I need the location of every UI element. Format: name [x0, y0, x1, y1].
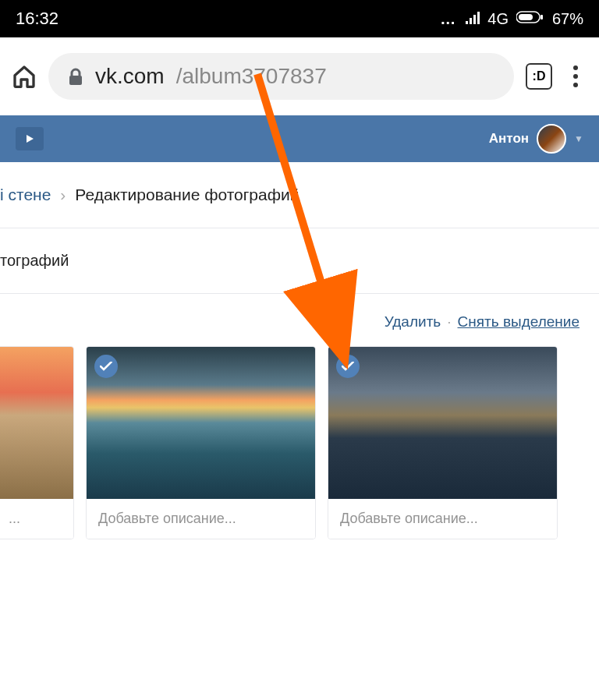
svg-rect-2 — [541, 15, 543, 19]
vk-user-menu[interactable]: Антон ▼ — [489, 124, 583, 154]
breadcrumb-current: Редактирование фотографий — [75, 186, 299, 204]
username: Антон — [489, 131, 529, 147]
url-domain: vk.com — [95, 64, 165, 89]
photo-caption-input[interactable]: Добавьте описание... — [87, 499, 315, 539]
delete-link[interactable]: Удалить — [385, 313, 441, 331]
chevron-down-icon: ▼ — [574, 133, 583, 144]
section-label: тографий — [0, 228, 599, 293]
network-label: 4G — [487, 10, 509, 28]
separator-dot: · — [447, 313, 451, 331]
home-icon[interactable] — [12, 64, 37, 89]
browser-toolbar: vk.com/album3707837 :D — [0, 37, 599, 115]
photos-grid: ... Добавьте описание... Добавьте описан… — [0, 346, 599, 539]
status-dots-icon: … — [440, 10, 458, 28]
svg-rect-1 — [519, 14, 533, 20]
battery-percent: 67% — [552, 10, 583, 28]
status-time: 16:32 — [16, 9, 58, 29]
play-button[interactable] — [16, 127, 44, 150]
avatar — [537, 124, 566, 154]
url-bar[interactable]: vk.com/album3707837 — [48, 53, 514, 100]
vk-header: Антон ▼ — [0, 115, 599, 162]
menu-icon[interactable] — [564, 65, 587, 88]
photo-caption-input[interactable]: ... — [0, 499, 73, 539]
chevron-right-icon: › — [60, 186, 66, 204]
status-right: … 4G 67% — [440, 10, 583, 28]
battery-icon — [516, 10, 544, 28]
url-path: /album3707837 — [176, 64, 327, 89]
photo-thumbnail[interactable] — [328, 347, 557, 499]
tabs-count: :D — [533, 69, 546, 83]
photo-thumbnail[interactable] — [0, 347, 73, 499]
photo-thumbnail[interactable] — [87, 347, 315, 499]
check-icon[interactable] — [94, 355, 118, 378]
photo-card[interactable]: Добавьте описание... — [328, 346, 558, 539]
svg-rect-3 — [69, 76, 82, 85]
tabs-button[interactable]: :D — [526, 63, 552, 90]
photo-caption-input[interactable]: Добавьте описание... — [328, 499, 557, 539]
photo-card[interactable]: ... — [0, 346, 74, 539]
breadcrumb: і стене › Редактирование фотографий — [0, 162, 599, 228]
lock-icon — [68, 67, 83, 86]
breadcrumb-prev[interactable]: і стене — [0, 186, 51, 204]
deselect-link[interactable]: Снять выделение — [458, 313, 580, 331]
check-icon[interactable] — [336, 355, 360, 378]
actions-row: Удалить · Снять выделение — [0, 293, 599, 346]
signal-icon — [466, 10, 480, 28]
photo-card[interactable]: Добавьте описание... — [86, 346, 316, 539]
status-bar: 16:32 … 4G 67% — [0, 0, 599, 37]
